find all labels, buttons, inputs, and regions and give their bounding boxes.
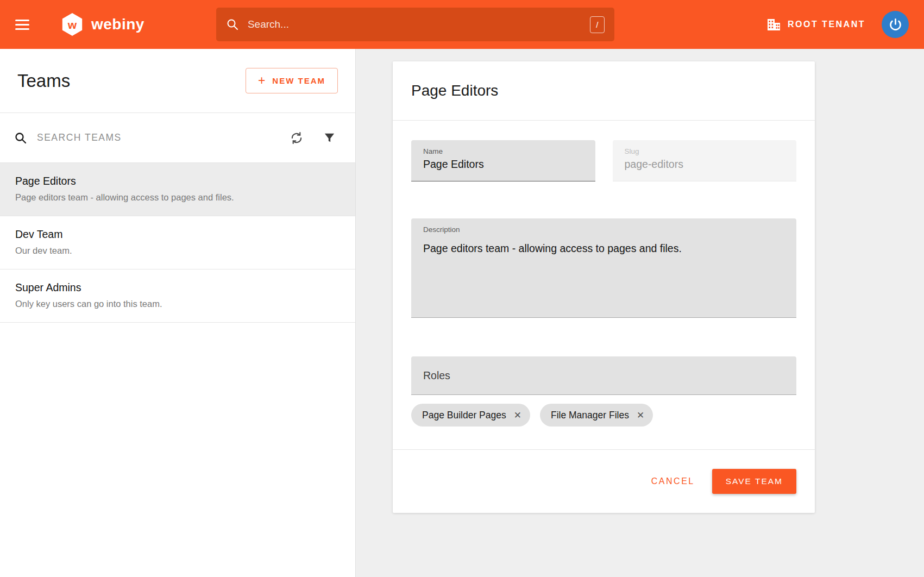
role-chip-label: Page Builder Pages <box>422 410 506 421</box>
new-team-label: NEW TEAM <box>272 76 325 85</box>
slug-label: Slug <box>625 147 785 155</box>
webiny-logo-icon: w <box>60 12 85 37</box>
card-body: Name Slug Description Page editors team … <box>393 121 815 449</box>
refresh-icon <box>290 131 304 145</box>
menu-icon <box>15 20 29 21</box>
magnifier-icon <box>14 131 27 145</box>
search-icon <box>226 18 239 31</box>
slash-key: / <box>590 16 605 33</box>
teams-search-bar <box>0 113 355 163</box>
menu-button[interactable] <box>15 12 40 37</box>
slug-input <box>625 158 785 171</box>
team-list-item[interactable]: Page Editors Page editors team - allowin… <box>0 163 355 216</box>
roles-label: Roles <box>423 369 450 382</box>
card-footer: CANCEL SAVE TEAM <box>393 449 815 513</box>
teams-panel-header: Teams + NEW TEAM <box>0 49 355 113</box>
team-description: Page editors team - allowing access to p… <box>15 192 340 203</box>
power-avatar-icon <box>888 17 903 32</box>
team-list: Page Editors Page editors team - allowin… <box>0 163 355 323</box>
team-list-item[interactable]: Super Admins Only key users can go into … <box>0 269 355 323</box>
filter-icon <box>323 131 336 144</box>
roles-field[interactable]: Roles <box>411 356 796 395</box>
teams-panel: Teams + NEW TEAM <box>0 49 356 577</box>
description-input[interactable]: Page editors team - allowing access to p… <box>423 241 784 306</box>
filter-button[interactable] <box>320 128 339 147</box>
description-field[interactable]: Description Page editors team - allowing… <box>411 218 796 318</box>
main-layout: Teams + NEW TEAM <box>0 49 924 577</box>
team-details-card: Page Editors Name Slug Description Page … <box>393 61 815 513</box>
save-team-button[interactable]: SAVE TEAM <box>712 469 796 494</box>
team-description: Only key users can go into this team. <box>15 299 340 309</box>
slug-field: Slug <box>613 140 797 181</box>
search-teams-input[interactable] <box>37 132 286 143</box>
team-name: Super Admins <box>15 281 340 294</box>
close-icon[interactable]: ✕ <box>514 411 521 420</box>
content-area: Page Editors Name Slug Description Page … <box>356 49 924 577</box>
page-title: Teams <box>17 71 70 91</box>
brand-logo[interactable]: w webiny <box>60 12 144 37</box>
brand-name: webiny <box>91 16 144 33</box>
header-right: ROOT TENANT <box>767 11 909 38</box>
cancel-button[interactable]: CANCEL <box>651 476 695 486</box>
close-icon[interactable]: ✕ <box>637 411 644 420</box>
refresh-button[interactable] <box>286 128 307 148</box>
app: { "colors": { "brand_orange": "#fa5723",… <box>0 0 924 577</box>
user-avatar[interactable] <box>882 11 909 38</box>
tenant-label: ROOT TENANT <box>788 20 865 29</box>
description-label: Description <box>423 225 784 234</box>
global-search-input[interactable] <box>248 18 590 30</box>
team-description: Our dev team. <box>15 246 340 256</box>
team-name: Page Editors <box>15 175 340 187</box>
svg-text:w: w <box>67 18 77 31</box>
card-header: Page Editors <box>393 61 815 121</box>
new-team-button[interactable]: + NEW TEAM <box>246 68 338 93</box>
name-field[interactable]: Name <box>411 140 595 181</box>
name-slug-row: Name Slug <box>411 140 796 181</box>
role-chip: Page Builder Pages ✕ <box>411 404 530 427</box>
team-detail-title: Page Editors <box>411 82 498 99</box>
role-chip: File Manager Files ✕ <box>540 404 653 427</box>
tenant-selector[interactable]: ROOT TENANT <box>767 18 865 31</box>
team-list-item[interactable]: Dev Team Our dev team. <box>0 216 355 269</box>
app-header: w webiny / ROOT TE <box>0 0 924 49</box>
name-label: Name <box>423 147 583 155</box>
plus-icon: + <box>258 74 266 87</box>
roles-chips: Page Builder Pages ✕ File Manager Files … <box>411 404 796 449</box>
role-chip-label: File Manager Files <box>551 410 629 421</box>
global-search[interactable]: / <box>216 8 614 41</box>
team-name: Dev Team <box>15 228 340 241</box>
building-icon <box>767 18 781 31</box>
name-input[interactable] <box>423 158 583 171</box>
